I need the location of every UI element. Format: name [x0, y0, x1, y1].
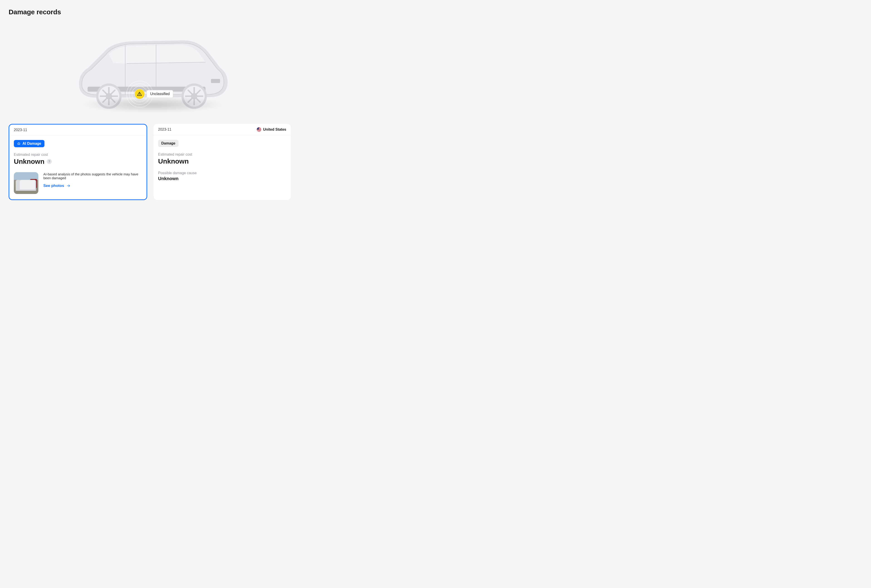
car-shadow: [80, 97, 225, 112]
card-date: 2023-11: [14, 128, 27, 132]
cost-label: Estimated repair cost: [14, 153, 142, 157]
svg-point-27: [18, 144, 19, 144]
svg-point-25: [139, 94, 140, 95]
damage-marker-label: Unclassified: [147, 90, 173, 98]
see-photos-link[interactable]: See photos: [43, 184, 70, 188]
us-flag-icon: [257, 127, 261, 132]
svg-point-30: [19, 142, 19, 142]
page-title: Damage records: [9, 8, 299, 16]
damage-cards: 2023-11 AI Damage Estimated repair cost …: [0, 124, 299, 200]
svg-rect-26: [18, 143, 20, 145]
damage-card[interactable]: 2023-11 United States Damage Estimated r…: [154, 124, 291, 200]
damage-chip: Damage: [158, 140, 178, 147]
card-location: United States: [257, 127, 286, 132]
card-header: 2023-11 United States: [154, 124, 291, 135]
chip-label: Damage: [161, 142, 175, 145]
robot-icon: [17, 142, 21, 145]
svg-rect-38: [257, 131, 261, 132]
svg-point-28: [19, 144, 19, 144]
damage-marker[interactable]: Unclassified: [135, 89, 173, 99]
svg-rect-36: [257, 130, 261, 130]
ai-damage-chip: AI Damage: [14, 140, 45, 147]
help-icon[interactable]: ?: [47, 159, 52, 164]
cause-value: Unknown: [158, 176, 286, 181]
damage-photo-thumbnail[interactable]: [14, 172, 38, 194]
ai-description: AI-based analysis of the photos suggests…: [43, 172, 142, 180]
damage-card-ai[interactable]: 2023-11 AI Damage Estimated repair cost …: [9, 124, 147, 200]
cause-label: Possible damage cause: [158, 171, 286, 175]
cost-label: Estimated repair cost: [158, 153, 286, 157]
arrow-right-icon: [66, 184, 70, 188]
cost-value: Unknown ?: [14, 158, 142, 165]
svg-rect-19: [159, 67, 165, 68]
svg-rect-18: [130, 67, 135, 69]
svg-rect-39: [257, 127, 259, 130]
cost-value: Unknown: [158, 157, 286, 165]
card-header: 2023-11: [9, 124, 147, 135]
svg-rect-37: [257, 130, 261, 131]
svg-rect-17: [211, 79, 220, 83]
chip-label: AI Damage: [22, 142, 41, 145]
vehicle-hero: Unclassified: [0, 22, 299, 118]
card-date: 2023-11: [158, 127, 172, 132]
warning-icon: [135, 89, 145, 99]
